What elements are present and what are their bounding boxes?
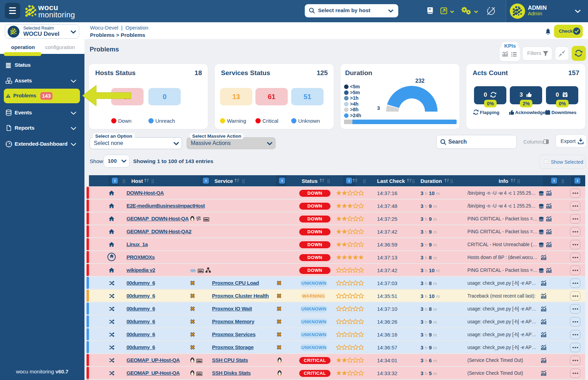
svg-text:CISCO: CISCO — [190, 271, 196, 273]
